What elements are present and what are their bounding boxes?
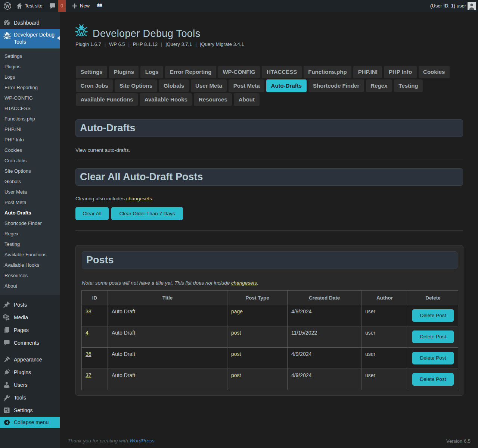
svg-text:W: W (5, 3, 10, 9)
